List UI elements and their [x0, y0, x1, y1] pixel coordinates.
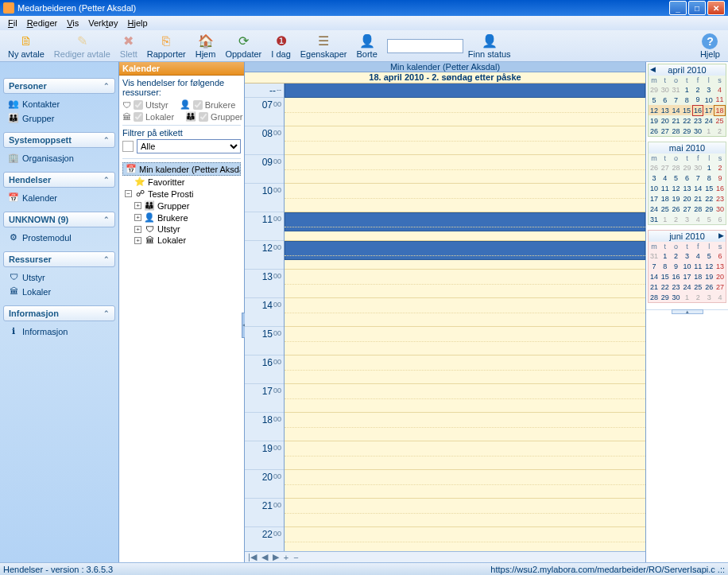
nav-kalender[interactable]: 📅Kalender	[6, 191, 114, 205]
maximize-button[interactable]: □	[688, 1, 706, 15]
mini-day[interactable]: 19	[649, 115, 660, 126]
mini-day[interactable]: 26	[649, 162, 660, 173]
mini-day[interactable]: 22	[681, 115, 692, 126]
section-ressurser[interactable]: Ressurser⌃	[3, 251, 115, 267]
mini-day[interactable]: 3	[649, 173, 660, 183]
mini-day[interactable]: 1	[660, 214, 671, 224]
menu-verktoy[interactable]: Verktøy	[83, 17, 122, 29]
mini-day[interactable]: 1	[681, 84, 692, 95]
mini-day[interactable]: 4	[692, 214, 703, 224]
mini-day[interactable]: 2	[671, 251, 682, 261]
mini-day[interactable]: 6	[714, 214, 726, 224]
mini-day[interactable]: 12	[703, 261, 714, 271]
mini-day[interactable]: 16	[671, 271, 682, 282]
new-appointment-button[interactable]: 🗎Ny avtale	[3, 32, 49, 60]
nav-grupper[interactable]: 👪Grupper	[6, 111, 114, 126]
mini-day[interactable]: 31	[649, 214, 660, 224]
today-button[interactable]: ❶I dag	[266, 32, 295, 60]
mini-day[interactable]: 11	[692, 261, 703, 271]
mini-day[interactable]: 4	[692, 251, 703, 261]
refresh-button[interactable]: ⟳Oppdater	[220, 32, 266, 60]
mini-day[interactable]: 26	[649, 126, 660, 136]
mini-day[interactable]: 7	[671, 95, 682, 105]
search-input[interactable]	[387, 39, 463, 53]
mini-day[interactable]: 27	[682, 204, 693, 214]
mini-day[interactable]: 8	[681, 95, 692, 105]
mini-day[interactable]: 16	[692, 105, 703, 115]
mini-day[interactable]: 18	[714, 105, 726, 115]
mini-cal-mai[interactable]: mai 2010 mtotfls262728293012345678910111…	[648, 142, 726, 225]
mini-day[interactable]: 29	[682, 162, 693, 173]
mini-day[interactable]: 20	[660, 115, 671, 126]
mini-day[interactable]: 4	[714, 84, 726, 95]
nav-utstyr[interactable]: 🛡Utstyr	[6, 270, 114, 285]
mini-day[interactable]: 27	[714, 282, 726, 292]
mini-day[interactable]: 4	[714, 292, 726, 302]
mini-day[interactable]: 23	[714, 193, 726, 204]
find-status-button[interactable]: 👤Finn status	[463, 32, 516, 60]
mini-day[interactable]: 3	[682, 251, 693, 261]
help-button[interactable]: ?Hjelp	[695, 32, 725, 60]
check-utstyr[interactable]: 🛡Utstyr	[122, 99, 168, 110]
properties-button[interactable]: ☰Egenskaper	[296, 32, 352, 60]
mini-day[interactable]: 17	[682, 271, 693, 282]
nav-prostemodul[interactable]: ⚙Prostemodul	[6, 231, 114, 245]
mini-day[interactable]: 2	[714, 126, 726, 136]
mini-day[interactable]: 11	[714, 95, 726, 105]
day-column[interactable]	[285, 84, 645, 551]
mini-day[interactable]: 2	[692, 292, 703, 302]
mini-day[interactable]: 3	[703, 84, 714, 95]
menu-rediger[interactable]: Rediger	[22, 17, 63, 29]
mini-day[interactable]: 2	[692, 84, 703, 95]
filter-select[interactable]: Alle	[137, 139, 241, 153]
mini-day[interactable]: 1	[703, 126, 714, 136]
mini-day[interactable]: 6	[714, 251, 726, 261]
tree-utstyr[interactable]: +🛡Utstyr	[122, 223, 241, 235]
mini-day[interactable]: 16	[714, 183, 726, 193]
mini-day[interactable]: 19	[671, 193, 682, 204]
mini-day[interactable]: 15	[681, 105, 692, 115]
mini-day[interactable]: 3	[703, 292, 714, 302]
mini-day[interactable]: 31	[649, 251, 660, 261]
mini-day[interactable]: 28	[671, 162, 682, 173]
mini-day[interactable]: 29	[703, 204, 714, 214]
menu-vis[interactable]: Vis	[62, 17, 83, 29]
mini-day[interactable]: 30	[692, 162, 703, 173]
close-button[interactable]: ✕	[707, 1, 725, 15]
mini-day[interactable]: 17	[703, 105, 714, 115]
nav-organisasjon[interactable]: 🏢Organisasjon	[6, 151, 114, 165]
mini-day[interactable]: 24	[682, 282, 693, 292]
event-block-12[interactable]	[285, 241, 645, 260]
event-block-11[interactable]	[285, 212, 645, 231]
mini-day[interactable]: 29	[660, 292, 671, 302]
mini-day[interactable]: 28	[649, 292, 660, 302]
tree-brukere[interactable]: +👤Brukere	[122, 212, 241, 223]
mini-day[interactable]: 19	[703, 271, 714, 282]
mini-day[interactable]: 10	[703, 95, 714, 105]
check-grupper[interactable]: 👪Grupper	[185, 111, 242, 122]
mini-day[interactable]: 14	[671, 105, 682, 115]
mini-day[interactable]: 29	[681, 126, 692, 136]
mini-day[interactable]: 27	[660, 126, 671, 136]
mini-day[interactable]: 1	[682, 292, 693, 302]
mini-day[interactable]: 15	[660, 271, 671, 282]
mini-day[interactable]: 5	[649, 95, 660, 105]
tree-my-calendar[interactable]: 📅Min kalender (Petter Aksdal)	[122, 162, 241, 176]
mini-day[interactable]: 30	[692, 126, 703, 136]
mini-day[interactable]: 3	[682, 214, 693, 224]
grip-icon[interactable]: ▴	[672, 309, 703, 314]
section-systemoppsett[interactable]: Systemoppsett⌃	[3, 132, 115, 148]
mini-day[interactable]: 8	[660, 261, 671, 271]
mini-day[interactable]: 5	[703, 214, 714, 224]
mini-day[interactable]: 25	[692, 282, 703, 292]
mini-day[interactable]: 11	[660, 183, 671, 193]
mini-day[interactable]: 4	[660, 173, 671, 183]
mini-day[interactable]: 2	[671, 214, 682, 224]
section-personer[interactable]: Personer⌃	[3, 78, 115, 94]
mini-day[interactable]: 5	[671, 173, 682, 183]
mini-day[interactable]: 17	[649, 193, 660, 204]
mini-day[interactable]: 7	[692, 173, 703, 183]
mini-day[interactable]: 25	[714, 115, 726, 126]
prev-month-icon[interactable]: ◀	[650, 65, 656, 73]
mini-day[interactable]: 20	[714, 271, 726, 282]
